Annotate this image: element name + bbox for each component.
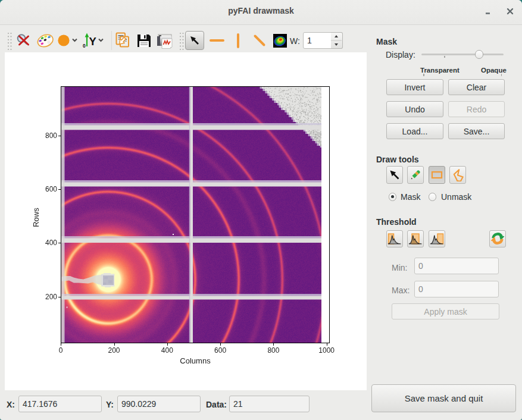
svg-text:0: 0 [83,43,86,49]
svg-text:Y: Y [89,35,97,48]
